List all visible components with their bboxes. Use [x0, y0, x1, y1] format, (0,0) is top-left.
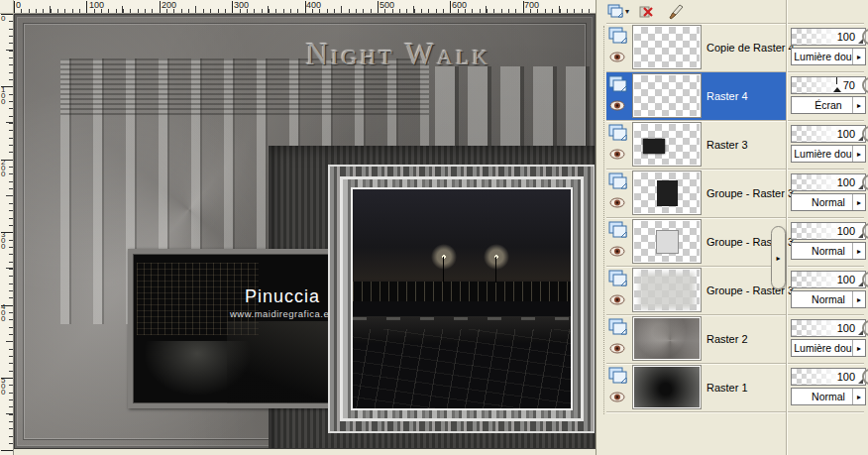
layer-row[interactable]: Raster 3	[606, 121, 786, 169]
blend-mode-dropdown[interactable]: Normal ▸	[791, 242, 866, 260]
artwork-title: Night Walk	[274, 37, 522, 72]
layer-thumbnail[interactable]	[633, 26, 701, 68]
layer-row[interactable]: Raster 2	[606, 315, 786, 363]
opacity-slider[interactable]: 100	[791, 222, 866, 240]
layer-row[interactable]: Raster 1	[606, 364, 786, 411]
visibility-eye-icon[interactable]	[609, 343, 625, 354]
image-canvas[interactable]: Night Walk Pinuccia www.maidiregrafica.e…	[14, 14, 596, 449]
blend-mode-dropdown[interactable]: Normal ▸	[791, 388, 866, 405]
new-layer-button[interactable]: ▾	[606, 2, 630, 22]
blend-mode-dropdown[interactable]: Lumière douce ▸	[791, 339, 866, 357]
website-text: www.maidiregrafica.eu	[208, 308, 348, 319]
ruler-label: 0	[1, 16, 9, 22]
thumbnail-content	[634, 367, 700, 407]
dropdown-arrow-icon[interactable]: ▸	[852, 49, 865, 64]
layer-row[interactable]: Groupe - Raster 3	[606, 218, 786, 266]
thumbnail-content	[643, 139, 665, 154]
ruler-label: 100	[1, 87, 9, 105]
visibility-eye-icon[interactable]	[609, 52, 625, 62]
ruler-label: 200	[162, 0, 176, 10]
ruler-label: 500	[1, 378, 9, 396]
edit-brush-button[interactable]	[664, 2, 688, 22]
opacity-slider[interactable]: 100	[791, 173, 866, 191]
dropdown-arrow-icon[interactable]: ▸	[852, 97, 865, 113]
opacity-slider[interactable]: 100	[791, 368, 866, 386]
layer-pages-icon	[608, 75, 628, 93]
delete-layer-button[interactable]	[635, 2, 659, 22]
layer-pages-icon	[608, 124, 628, 142]
layer-pages-icon	[608, 172, 628, 190]
blend-mode-value: Normal	[812, 293, 845, 305]
dropdown-arrow-icon[interactable]: ▸	[852, 243, 865, 259]
blend-mode-dropdown[interactable]: Normal ▸	[791, 193, 866, 211]
blend-mode-value: Normal	[812, 391, 845, 402]
layer-thumbnail[interactable]	[633, 123, 701, 166]
dropdown-arrow-icon[interactable]: ▸	[852, 291, 865, 307]
layer-properties: 100 Lumière douce ▸	[791, 28, 868, 71]
dropdown-arrow-icon[interactable]: ▸	[852, 389, 865, 404]
horizontal-ruler: 0 100 200 300 400 500 600 700	[14, 0, 596, 14]
opacity-slider[interactable]: 100	[791, 125, 866, 143]
blend-mode-value: Écran	[814, 99, 841, 111]
blend-mode-dropdown[interactable]: Écran ▸	[791, 96, 866, 114]
layer-thumbnail[interactable]	[633, 74, 701, 117]
layer-row[interactable]: Copie de Raster 4	[606, 24, 786, 71]
layer-thumbnail[interactable]	[633, 220, 701, 263]
opacity-slider[interactable]: 70	[791, 76, 866, 94]
layer-row[interactable]: Groupe - Raster 3	[606, 170, 786, 217]
panel-splitter-handle[interactable]: ▸	[771, 226, 786, 289]
layer-thumbnail[interactable]	[633, 269, 701, 311]
ruler-label: 300	[1, 232, 9, 250]
frame-inner-band	[340, 176, 584, 421]
opacity-slider[interactable]: 100	[791, 28, 866, 46]
visibility-eye-icon[interactable]	[609, 100, 625, 111]
layer-name: Raster 1	[706, 364, 748, 411]
large-photo-frame	[328, 165, 596, 433]
opacity-slider[interactable]: 100	[791, 319, 866, 337]
dropdown-arrow-icon[interactable]: ▸	[852, 146, 865, 162]
opacity-slider[interactable]: 100	[791, 271, 866, 288]
ruler-label: 600	[452, 0, 467, 10]
ruler-label: 200	[1, 160, 9, 177]
layer-pages-icon	[608, 27, 628, 45]
layer-thumbnail[interactable]	[633, 171, 701, 214]
new-layer-icon	[607, 4, 624, 19]
layer-pages-icon	[608, 221, 628, 239]
night-sky	[353, 189, 571, 294]
ruler-label: 400	[306, 0, 321, 10]
opacity-value: 100	[837, 176, 855, 188]
thumbnail-content	[657, 180, 678, 206]
blend-mode-dropdown[interactable]: Lumière douce ▸	[791, 48, 866, 65]
visibility-eye-icon[interactable]	[609, 149, 625, 160]
visibility-eye-icon[interactable]	[609, 197, 625, 208]
ruler-label: 100	[89, 0, 104, 10]
opacity-slider-thumb[interactable]	[833, 83, 841, 92]
deco-wide-bars	[435, 66, 596, 158]
layer-name: Raster 2	[706, 315, 748, 363]
palette-gripper[interactable]	[603, 26, 604, 414]
dropdown-arrow-icon[interactable]: ▸	[852, 340, 865, 356]
pavement	[353, 329, 571, 408]
visibility-eye-icon[interactable]	[609, 246, 625, 257]
visibility-eye-icon[interactable]	[609, 392, 625, 402]
dropdown-caret-icon[interactable]: ▾	[625, 7, 629, 16]
ruler-corner	[0, 0, 14, 14]
ruler-label: 300	[234, 0, 249, 10]
ruler-label: 0	[16, 0, 21, 10]
layer-thumbnail[interactable]	[633, 366, 701, 408]
vertical-ruler: 0 100 200 300 400 500	[0, 14, 14, 455]
opacity-value: 100	[837, 128, 855, 140]
ruler-label: 500	[380, 0, 394, 10]
layer-name: Copie de Raster 4	[706, 24, 795, 71]
blend-mode-value: Normal	[812, 196, 845, 208]
delete-layer-icon	[638, 4, 656, 20]
blend-mode-dropdown[interactable]: Lumière douce ▸	[791, 145, 866, 163]
layer-row[interactable]: Groupe - Raster 3	[606, 267, 786, 314]
visibility-eye-icon[interactable]	[609, 294, 625, 305]
layer-name: Groupe - Raster 3	[706, 170, 794, 217]
layer-row[interactable]: Raster 4	[606, 72, 786, 120]
dropdown-arrow-icon[interactable]: ▸	[852, 194, 865, 210]
layer-thumbnail[interactable]	[633, 317, 701, 360]
layer-name: Raster 3	[706, 121, 748, 169]
blend-mode-dropdown[interactable]: Normal ▸	[791, 290, 866, 308]
